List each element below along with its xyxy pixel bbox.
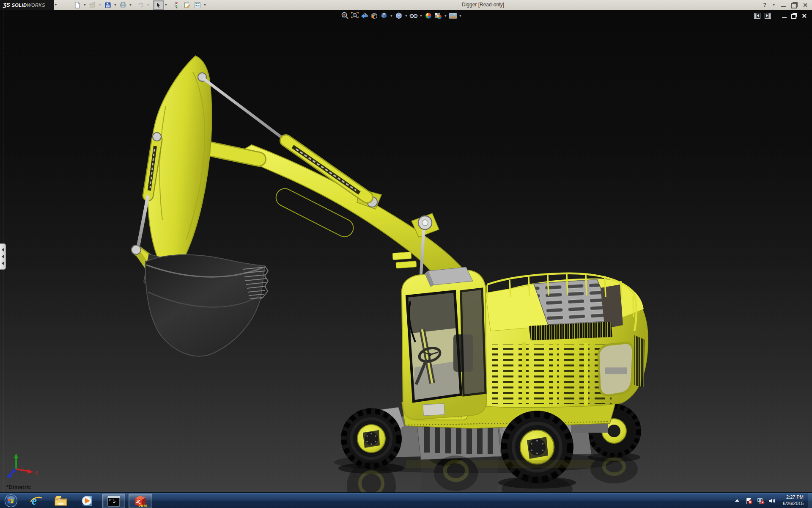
section-view-icon[interactable] [370, 11, 379, 20]
options-button[interactable] [192, 0, 203, 10]
show-hidden-icons-button[interactable] [733, 497, 741, 505]
reference-triad: X [6, 453, 38, 478]
close-button[interactable]: ✕ [803, 2, 808, 8]
brand-text-solid: SOLID [12, 3, 27, 8]
heads-up-view-toolbar: ▼ ▼ ▼ ▼ ▼ [341, 11, 462, 20]
apply-scene-dropdown[interactable]: ▼ [444, 14, 447, 18]
brand-text-works: WORKS [27, 3, 45, 8]
open-dropdown[interactable]: ▼ [98, 1, 102, 9]
open-button[interactable] [87, 0, 98, 10]
rebuild-button[interactable] [171, 0, 181, 10]
view-settings-icon[interactable] [449, 11, 457, 20]
front-left-wheel [341, 408, 402, 469]
options-checklist-icon [194, 2, 201, 8]
taskbar-command-prompt[interactable]: C:\_ [102, 494, 125, 508]
document-window-controls: ✕ [754, 12, 807, 19]
new-document-button[interactable] [72, 0, 82, 10]
svg-text:C:\_: C:\_ [109, 499, 117, 502]
command-prompt-icon: C:\_ [107, 496, 120, 507]
select-dropdown[interactable]: ▼ [164, 1, 168, 9]
svg-text:e: e [32, 494, 37, 507]
media-player-icon [81, 494, 93, 507]
file-properties-icon [184, 2, 190, 8]
previous-view-icon[interactable] [360, 11, 369, 20]
window-controls: ? ▼ ✕ [763, 0, 808, 10]
folder-icon [54, 495, 68, 507]
zoom-to-fit-icon[interactable] [341, 11, 349, 20]
save-dropdown[interactable]: ▼ [113, 1, 118, 9]
title-bar: ƷS SOLIDWORKS ▸ ▼ ▼ ▼ ▼ ▼ ▼ [0, 0, 812, 10]
view-orientation-dropdown[interactable]: ▼ [390, 14, 393, 18]
collapse-pane-left-icon[interactable] [754, 13, 760, 19]
start-button[interactable] [3, 494, 19, 508]
help-dropdown[interactable]: ▼ [771, 1, 776, 9]
side-vents [492, 342, 612, 406]
solidworks-2015-icon: 2015 [133, 494, 148, 508]
undo-icon [137, 2, 144, 8]
network-status-icon[interactable] [757, 497, 765, 505]
undo-dropdown[interactable]: ▼ [146, 1, 151, 9]
triad-x-label: X [34, 470, 38, 476]
front-right-wheel [501, 411, 573, 483]
new-document-icon [74, 2, 81, 8]
taskbar-internet-explorer[interactable]: e [29, 494, 44, 508]
view-orientation-label: *Dimetric [6, 484, 31, 490]
zoom-to-area-icon[interactable] [351, 11, 359, 20]
taskbar-solidworks-2015[interactable]: 2015 [129, 494, 152, 508]
print-dropdown[interactable]: ▼ [128, 1, 133, 9]
windows-taskbar: e C:\_ [0, 492, 812, 508]
expand-arrow-icon [2, 248, 4, 251]
edit-appearance-icon[interactable] [424, 11, 433, 20]
excavator-model: X [0, 10, 812, 492]
save-icon [104, 2, 111, 8]
options-dropdown[interactable]: ▼ [203, 1, 207, 9]
3ds-logo-icon: ƷS [3, 2, 10, 8]
hide-show-items-icon[interactable] [409, 11, 418, 20]
select-button[interactable] [153, 0, 164, 10]
stick-cylinder [203, 78, 367, 197]
print-icon [120, 2, 126, 8]
display-style-dropdown[interactable]: ▼ [404, 14, 408, 18]
expand-arrow-icon [2, 262, 4, 265]
file-properties-button[interactable] [181, 0, 192, 10]
taskbar-file-explorer[interactable] [53, 494, 69, 508]
graphics-viewport[interactable]: X ▼ ▼ ▼ ▼ ▼ ✕ *Dimetric [0, 10, 812, 492]
document-minimize-button[interactable] [782, 17, 787, 18]
help-button[interactable]: ? [763, 2, 766, 8]
view-settings-dropdown[interactable]: ▼ [458, 14, 462, 18]
feature-manager-collapsed-tab[interactable] [0, 243, 6, 270]
taskbar-media-player[interactable] [80, 494, 95, 508]
collapse-pane-right-icon[interactable] [765, 13, 771, 19]
window-title: Digger [Read-only] [462, 2, 504, 8]
clock-time: 2:27 PM [776, 494, 804, 500]
apply-scene-icon[interactable] [434, 11, 442, 20]
minimize-button[interactable] [781, 6, 786, 7]
document-restore-button[interactable] [791, 14, 796, 19]
new-document-dropdown[interactable]: ▼ [82, 1, 87, 9]
document-close-button[interactable]: ✕ [801, 13, 807, 19]
view-orientation-icon[interactable] [380, 11, 388, 20]
action-center-icon[interactable] [745, 497, 753, 505]
undo-button[interactable] [135, 0, 146, 10]
internet-explorer-icon: e [30, 494, 43, 507]
select-cursor-icon [155, 2, 162, 8]
rebuild-traffic-light-icon [173, 2, 180, 8]
svg-text:2015: 2015 [138, 504, 148, 508]
main-toolbar: ▼ ▼ ▼ ▼ ▼ ▼ ▼ [72, 0, 207, 9]
restore-button[interactable] [791, 3, 797, 8]
show-desktop-button[interactable] [808, 493, 812, 508]
print-button[interactable] [118, 0, 128, 10]
menu-expand-arrow-icon[interactable]: ▸ [55, 2, 57, 6]
expand-arrow-icon [2, 255, 4, 258]
save-button[interactable] [102, 0, 113, 10]
bucket [145, 255, 268, 356]
open-icon [89, 2, 96, 8]
hide-show-items-dropdown[interactable]: ▼ [419, 14, 423, 18]
solidworks-logo: ƷS SOLIDWORKS [0, 0, 54, 10]
clock-date: 6/26/2015 [776, 500, 804, 507]
cab [392, 252, 486, 420]
windows-start-orb-icon [4, 494, 18, 508]
volume-icon[interactable] [768, 497, 776, 505]
display-style-icon[interactable] [395, 11, 403, 20]
taskbar-clock[interactable]: 2:27 PM 6/26/2015 [776, 494, 804, 507]
